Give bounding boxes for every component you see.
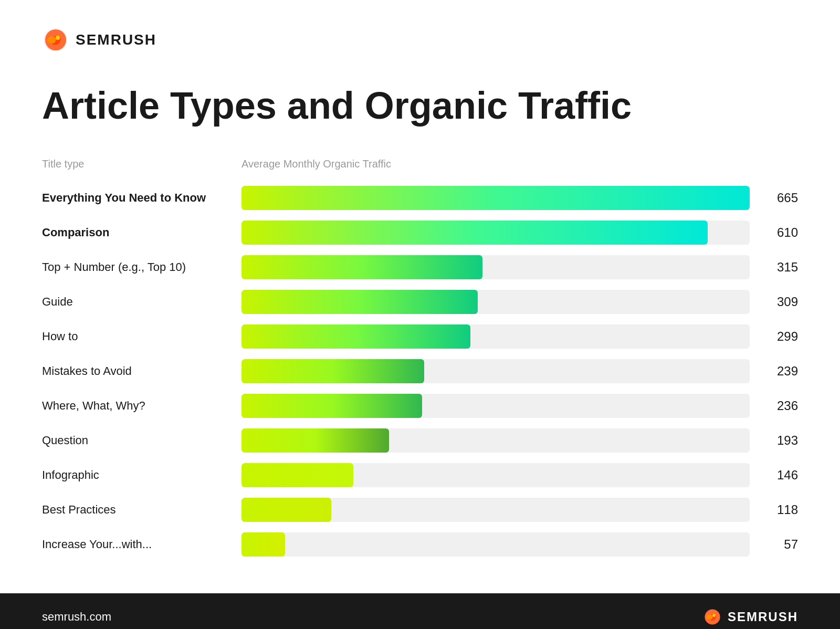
row-label: Mistakes to Avoid [42,364,242,378]
chart-row: Where, What, Why?236 [42,389,798,423]
bar-track [242,221,750,245]
row-label: Guide [42,295,242,309]
chart-row: How to299 [42,319,798,354]
chart-row: Top + Number (e.g., Top 10)315 [42,250,798,285]
row-label: Increase Your...with... [42,538,242,551]
bar-value: 665 [756,191,798,205]
bar-track [242,255,750,279]
row-label: Best Practices [42,503,242,517]
bar-track [242,324,750,349]
bar-value: 236 [756,399,798,413]
bar-fill [242,532,285,557]
svg-point-2 [56,36,60,40]
bar-fill [242,394,422,418]
page-title: Article Types and Organic Traffic [42,85,798,127]
col-label-metric: Average Monthly Organic Traffic [242,158,798,170]
chart-row: Infographic146 [42,458,798,492]
bar-value: 193 [756,433,798,448]
bar-track [242,359,750,383]
row-label: How to [42,330,242,343]
bar-track [242,394,750,418]
footer-url: semrush.com [42,610,111,624]
logo-text: SEMRUSH [76,32,156,48]
bar-value: 309 [756,295,798,309]
row-label: Top + Number (e.g., Top 10) [42,260,242,274]
bar-track [242,186,750,210]
bar-fill [242,498,331,522]
bar-area: 146 [242,463,798,487]
footer-logo: SEMRUSH [702,607,798,627]
chart-row: Mistakes to Avoid239 [42,354,798,389]
bar-fill [242,221,708,245]
semrush-logo-icon [42,26,69,54]
svg-point-4 [712,614,716,617]
chart-row: Comparison610 [42,215,798,250]
bar-area: 299 [242,324,798,349]
row-label: Infographic [42,468,242,482]
chart-row: Best Practices118 [42,492,798,527]
footer: semrush.com SEMRUSH [0,593,840,629]
row-label: Where, What, Why? [42,399,242,413]
bar-track [242,498,750,522]
footer-logo-text: SEMRUSH [728,610,798,624]
bar-track [242,463,750,487]
bar-track [242,428,750,453]
bar-value: 57 [756,537,798,552]
bar-fill [242,255,482,279]
bar-area: 309 [242,290,798,314]
chart-rows: Everything You Need to Know665Comparison… [42,181,798,562]
bar-fill [242,290,478,314]
bar-value: 610 [756,225,798,240]
bar-track [242,532,750,557]
bar-fill [242,359,424,383]
bar-value: 299 [756,329,798,344]
bar-fill [242,428,389,453]
bar-fill [242,324,470,349]
main-content: SEMRUSH Article Types and Organic Traffi… [0,0,840,593]
bar-value: 315 [756,260,798,275]
chart-header: Title type Average Monthly Organic Traff… [42,158,798,170]
bar-area: 57 [242,532,798,557]
bar-value: 118 [756,502,798,517]
bar-area: 239 [242,359,798,383]
bar-value: 146 [756,468,798,483]
bar-area: 118 [242,498,798,522]
footer-logo-icon [702,607,722,627]
bar-area: 236 [242,394,798,418]
row-label: Comparison [42,226,242,239]
chart-row: Everything You Need to Know665 [42,181,798,215]
row-label: Question [42,434,242,447]
chart-row: Question193 [42,423,798,458]
bar-area: 665 [242,186,798,210]
chart-container: Title type Average Monthly Organic Traff… [42,158,798,562]
row-label: Everything You Need to Know [42,191,242,205]
logo-area: SEMRUSH [42,26,798,54]
bar-area: 610 [242,221,798,245]
bar-fill [242,463,353,487]
bar-area: 193 [242,428,798,453]
bar-area: 315 [242,255,798,279]
col-label-title-type: Title type [42,158,242,170]
chart-row: Guide309 [42,285,798,319]
bar-track [242,290,750,314]
bar-value: 239 [756,364,798,379]
bar-fill [242,186,750,210]
chart-row: Increase Your...with...57 [42,527,798,562]
